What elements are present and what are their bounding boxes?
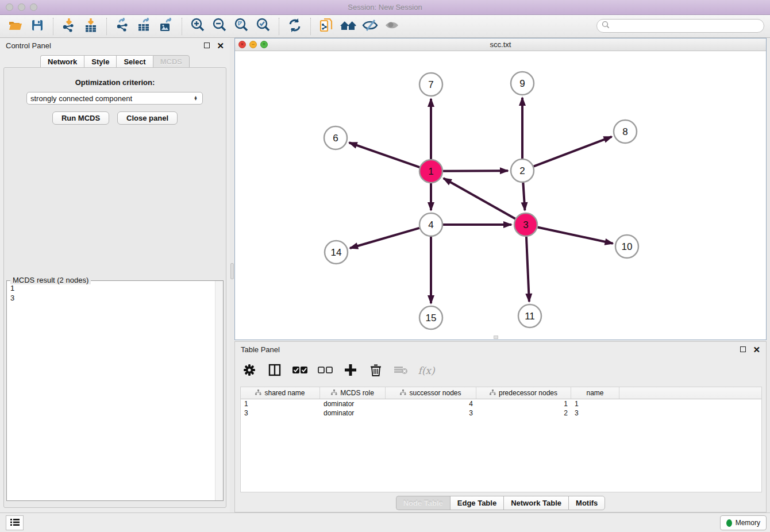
node-10[interactable]: 10 [615,235,638,258]
show-panel-list-button[interactable] [6,515,24,530]
delete-table-button [391,361,411,380]
control-tab-select[interactable]: Select [116,55,152,68]
edge-1-6[interactable] [349,142,420,167]
float-panel-icon[interactable] [204,43,210,48]
column-header-MCDS-role[interactable]: MCDS role [320,387,386,399]
deselect-all-rows-button[interactable] [315,361,335,380]
table-tab-edge-table[interactable]: Edge Table [450,496,503,510]
node-1[interactable]: 1 [419,160,442,183]
edge-3-11[interactable] [526,237,529,302]
zoom-fit-button[interactable] [230,17,252,36]
close-panel-button[interactable]: Close panel [117,111,178,125]
edge-1-2[interactable] [443,171,508,171]
export-image-button[interactable] [155,17,177,36]
save-session-button[interactable] [26,17,48,36]
zoom-selected-button[interactable] [252,17,274,36]
table-cell[interactable]: 1 [571,399,619,408]
close-panel-icon[interactable]: ✕ [217,41,224,50]
export-table-button[interactable] [133,17,155,36]
add-column-button[interactable] [341,361,360,380]
open-session-button[interactable] [5,17,26,36]
node-11[interactable]: 11 [518,304,541,327]
column-header-predecessor-nodes[interactable]: predecessor nodes [476,387,571,399]
search-icon [602,21,610,31]
column-header-name[interactable]: name [571,387,619,399]
edge-3-1[interactable] [444,178,515,218]
run-mcds-button[interactable]: Run MCDS [52,111,109,125]
status-bar: Memory [0,512,770,532]
table-cell[interactable]: 3 [386,408,476,418]
column-header-successor-nodes[interactable]: successor nodes [386,387,476,399]
node-9[interactable]: 9 [511,72,534,95]
table-row[interactable]: 3dominator323 [241,408,761,418]
panel-splitter[interactable] [230,38,234,512]
table-panel-header: Table Panel ✕ [235,342,766,357]
optimization-criterion-dropdown[interactable]: strongly connected component ▲▼ [26,92,203,105]
table-settings-button[interactable] [240,361,259,380]
table-cell[interactable]: 3 [241,408,320,418]
table-cell[interactable]: dominator [320,399,386,408]
clone-network-button[interactable] [315,17,337,36]
control-tab-mcds[interactable]: MCDS [153,55,190,68]
select-all-rows-button[interactable] [290,361,310,380]
splitter-handle[interactable] [230,263,234,279]
network-window-titlebar[interactable]: × − + scc.txt [235,38,766,51]
edge-4-14[interactable] [350,228,419,248]
table-tab-motifs[interactable]: Motifs [568,496,605,510]
zoom-out-button[interactable] [209,17,230,36]
float-panel-icon[interactable] [740,346,746,352]
hierarchy-icon [400,389,406,397]
column-header-label: predecessor nodes [499,389,557,397]
table-cell[interactable]: 2 [476,408,571,418]
node-4[interactable]: 4 [419,213,442,236]
delete-columns-button[interactable] [366,361,386,380]
control-tab-network[interactable]: Network [40,55,84,68]
close-panel-icon[interactable]: ✕ [753,345,760,354]
export-network-button[interactable] [111,17,133,36]
memory-label: Memory [736,519,760,527]
split-columns-button[interactable] [265,361,284,380]
table-row[interactable]: 1dominator411 [241,399,761,408]
node-6[interactable]: 6 [324,126,347,149]
import-table-button[interactable] [80,17,102,36]
memory-status-icon [726,519,732,527]
node-label: 7 [428,79,433,90]
node-2[interactable]: 2 [511,159,534,182]
column-header-shared-name[interactable]: shared name [241,387,320,399]
node-8[interactable]: 8 [614,120,637,143]
memory-button[interactable]: Memory [720,515,767,530]
node-3[interactable]: 3 [514,213,537,236]
node-label: 3 [523,219,528,230]
edge-3-10[interactable] [538,227,613,243]
control-tab-style[interactable]: Style [84,55,116,68]
zoom-in-button[interactable] [187,17,209,36]
canvas-resize-handle[interactable] [494,336,498,339]
search-input[interactable] [612,21,764,31]
edge-2-8[interactable] [534,137,612,167]
export-network-icon [115,18,130,34]
control-panel-header: Control Panel ✕ [0,38,230,53]
import-network-button[interactable] [58,17,80,36]
node-label: 14 [331,247,342,258]
node-7[interactable]: 7 [419,73,442,96]
hide-selected-button[interactable] [359,17,381,36]
table-cell[interactable]: dominator [320,408,386,418]
table-cell[interactable]: 1 [476,399,571,408]
table-tab-network-table[interactable]: Network Table [503,496,568,510]
network-canvas[interactable]: 7968124314101511 [235,51,766,340]
node-14[interactable]: 14 [325,241,348,264]
show-all-button[interactable] [381,17,403,36]
open-folder-icon [8,18,23,34]
trash-icon [370,364,382,378]
first-neighbors-button[interactable] [337,17,359,36]
import-network-icon [61,18,76,34]
mcds-result-scrollbar[interactable] [215,281,223,500]
apply-layout-button[interactable] [284,17,306,36]
hierarchy-icon [490,389,496,397]
table-tab-node-table[interactable]: Node Table [396,496,450,510]
table-cell[interactable]: 3 [571,408,619,418]
table-cell[interactable]: 4 [386,399,476,408]
table-cell[interactable]: 1 [241,399,320,408]
node-15[interactable]: 15 [419,306,442,329]
edge-2-3[interactable] [523,183,525,210]
